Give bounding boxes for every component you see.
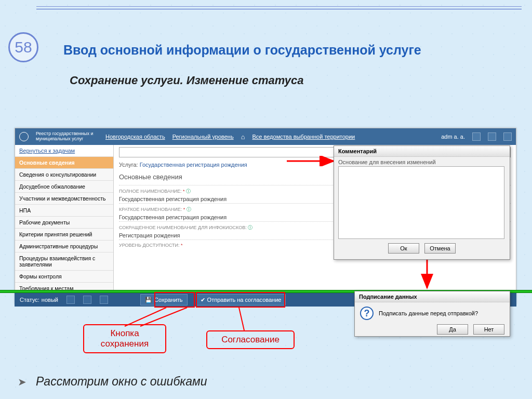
- sign-dialog-title: Подписание данных: [355, 291, 510, 302]
- highlight-send: [196, 292, 285, 308]
- callout-save-text: Кнопка сохранения: [101, 328, 149, 349]
- required-mark: *: [183, 207, 185, 212]
- footer-bullet-text: Рассмотрим окно с ошибками: [36, 375, 207, 389]
- svg-line-2: [239, 308, 244, 330]
- connector-send: [229, 305, 270, 331]
- help-icon[interactable]: ⓘ: [186, 189, 191, 194]
- sidebar-item[interactable]: НПА: [15, 205, 113, 217]
- sidebar-item[interactable]: Участники и межведомственность: [15, 193, 113, 205]
- crumb-region[interactable]: Новгородская область: [105, 134, 165, 140]
- chevron-right-icon: ➤: [18, 376, 26, 388]
- sidebar-item[interactable]: Рабочие документы: [15, 217, 113, 229]
- sidebar-item[interactable]: Формы контроля: [15, 271, 113, 283]
- sidebar-item[interactable]: Основные сведения: [15, 157, 113, 169]
- print-icon[interactable]: [66, 296, 75, 304]
- chat-icon[interactable]: [472, 132, 481, 141]
- status-value: новый: [42, 297, 58, 303]
- app-brand-text: Реестр государственных и муниципальных у…: [36, 131, 98, 142]
- footer-bullet: ➤ Рассмотрим окно с ошибками: [18, 375, 207, 389]
- field-label: УРОВЕНЬ ДОСТУПНОСТИ:: [119, 243, 180, 248]
- sidebar-item[interactable]: Критерии принятия решений: [15, 229, 113, 241]
- app-header: Реестр государственных и муниципальных у…: [15, 128, 516, 145]
- question-icon: ?: [360, 307, 374, 320]
- sign-dialog: Подписание данных ? Подписать данные пер…: [354, 291, 510, 337]
- comment-cancel-button[interactable]: Отмена: [424, 243, 456, 254]
- service-label: Услуга:: [119, 162, 138, 168]
- field-label: ПОЛНОЕ НАИМЕНОВАНИЕ:: [119, 189, 181, 194]
- floppy-icon: 💾: [145, 297, 152, 303]
- sidebar-item[interactable]: Административные процедуры: [15, 241, 113, 252]
- sidebar-item[interactable]: Досудебное обжалование: [15, 181, 113, 193]
- slide-title: Ввод основной информации о государственн…: [63, 43, 421, 58]
- required-mark: *: [181, 243, 183, 248]
- doc-icon[interactable]: [100, 296, 108, 304]
- comment-dialog-title: Комментарий: [334, 146, 510, 157]
- sidebar-item[interactable]: Сведения о консультировании: [15, 169, 113, 181]
- service-name: Государственная регистрация рождения: [140, 162, 247, 168]
- sidebar-item[interactable]: Процедуры взаимодействия с заявителями: [15, 252, 113, 271]
- sign-no-button[interactable]: Нет: [473, 324, 504, 335]
- svg-line-0: [125, 308, 166, 326]
- field-label: СОКРАЩЕННОЕ НАИМЕНОВАНИЕ ДЛЯ ИНФОКИОСКОВ…: [119, 225, 247, 230]
- svg-line-1: [140, 308, 187, 326]
- logout-icon[interactable]: [503, 132, 512, 141]
- comment-ok-button[interactable]: Ок: [388, 243, 419, 254]
- sign-dialog-message: Подписать данные перед отправкой?: [379, 310, 478, 316]
- slide-top-bar: [36, 6, 522, 9]
- slide-number: 58: [15, 38, 32, 56]
- help-icon[interactable]: ⓘ: [248, 225, 252, 230]
- app-logo-icon: [19, 132, 29, 141]
- sign-yes-button[interactable]: Да: [437, 324, 468, 335]
- slide-number-badge: 58: [8, 32, 38, 62]
- home-icon[interactable]: ⌂: [241, 133, 245, 141]
- back-to-tasks-link[interactable]: Вернуться к задачам: [15, 145, 113, 157]
- comment-dialog: Комментарий Основание для внесения измен…: [334, 145, 510, 260]
- slide-subtitle: Сохранение услуги. Изменение статуса: [70, 74, 303, 87]
- highlight-save: [154, 292, 195, 308]
- crumb-dept[interactable]: Все ведомства выбранной территории: [252, 134, 355, 140]
- field-label: КРАТКОЕ НАИМЕНОВАНИЕ:: [119, 207, 182, 212]
- sidebar: Вернуться к задачам Основные сведения Св…: [15, 145, 114, 291]
- callout-save: Кнопка сохранения: [83, 324, 166, 353]
- comment-textarea[interactable]: [338, 166, 504, 239]
- crumb-level[interactable]: Региональный уровень: [172, 134, 234, 140]
- user-name: adm a. a.: [441, 134, 465, 140]
- screen-icon[interactable]: [83, 296, 91, 304]
- status-label: Статус:: [20, 297, 39, 303]
- comment-dialog-label: Основание для внесения изменений: [334, 157, 510, 166]
- info-icon[interactable]: [488, 132, 496, 141]
- callout-send: Согласование: [206, 330, 295, 349]
- required-mark: *: [183, 189, 185, 194]
- help-icon[interactable]: ⓘ: [187, 207, 191, 212]
- callout-send-text: Согласование: [221, 335, 280, 344]
